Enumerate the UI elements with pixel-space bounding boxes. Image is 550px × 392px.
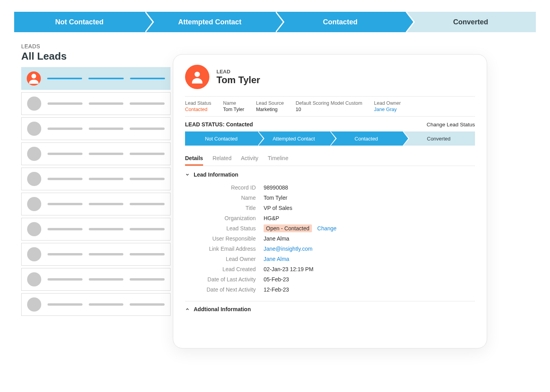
placeholder-line: [130, 153, 165, 155]
pipeline: Not Contacted Attempted Contact Contacte…: [14, 12, 536, 32]
field-value-lead-owner[interactable]: Jane Alma: [264, 256, 289, 262]
list-item[interactable]: [21, 117, 170, 140]
summary-value-lead-source: Marketing: [256, 107, 284, 112]
status-badge: Open - Contacted: [264, 224, 312, 232]
field-value-next-activity: 12-Feb-23: [264, 286, 289, 293]
placeholder-line: [130, 228, 165, 230]
field-label: Date of Last Activity: [185, 276, 264, 283]
placeholder-line: [89, 153, 124, 155]
lead-detail-card: LEAD Tom Tyler Lead Status Contacted Nam…: [173, 54, 487, 348]
tab-activity[interactable]: Activity: [241, 152, 258, 166]
placeholder-line: [48, 278, 82, 281]
list-item[interactable]: [21, 268, 170, 291]
list-item[interactable]: [21, 218, 170, 241]
tab-details[interactable]: Details: [185, 152, 203, 166]
svg-point-0: [31, 74, 36, 78]
status-stage-contacted[interactable]: Contacted: [330, 131, 403, 146]
section-title: Lead Information: [194, 171, 238, 178]
placeholder-line: [130, 203, 165, 205]
card-eyebrow: LEAD: [216, 69, 260, 75]
pipeline-stage-converted[interactable]: Converted: [405, 12, 536, 32]
field-label: Lead Owner: [185, 256, 264, 262]
placeholder-line: [47, 78, 82, 79]
leads-eyebrow: LEADS: [21, 43, 170, 49]
field-value-record-id: 98990088: [264, 184, 288, 191]
avatar: [185, 65, 209, 89]
list-item[interactable]: [21, 293, 170, 316]
field-label: Lead Status: [185, 225, 264, 232]
summary-label: Lead Source: [256, 100, 284, 106]
summary-label: Name: [223, 100, 244, 106]
lead-status-heading: LEAD STATUS: Contacted: [185, 121, 253, 128]
field-label: Title: [185, 205, 264, 211]
tab-timeline[interactable]: Timeline: [268, 152, 288, 166]
list-item[interactable]: [21, 168, 170, 190]
summary-label: Default Scoring Model Custom: [296, 100, 363, 106]
field-value-name: Tom Tyler: [264, 195, 287, 201]
card-header: LEAD Tom Tyler: [185, 65, 475, 89]
field-value-last-activity: 05-Feb-23: [264, 276, 289, 283]
placeholder-line: [89, 128, 124, 130]
placeholder-line: [48, 153, 82, 155]
avatar: [27, 272, 41, 286]
avatar: [27, 222, 41, 236]
placeholder-line: [130, 102, 165, 105]
field-label: User Responsible: [185, 235, 264, 242]
placeholder-line: [130, 78, 165, 79]
list-item[interactable]: [21, 243, 170, 266]
field-value-lead-created: 02-Jan-23 12:19 PM: [264, 266, 314, 272]
status-stage-attempted[interactable]: Attempted Contact: [258, 131, 330, 146]
avatar: [27, 122, 41, 136]
summary-row: Lead Status Contacted Name Tom Tyler Lea…: [185, 96, 475, 117]
placeholder-line: [130, 128, 165, 130]
chevron-up-icon: [185, 307, 190, 312]
placeholder-line: [89, 102, 124, 105]
summary-value-scoring: 10: [296, 107, 363, 112]
lead-fields: Record ID98990088 NameTom Tyler TitleVP …: [185, 182, 475, 295]
detail-tabs: Details Related Activity Timeline: [185, 152, 475, 166]
avatar: [27, 147, 41, 161]
list-item[interactable]: [21, 193, 170, 215]
status-stage-converted[interactable]: Converted: [403, 131, 475, 146]
placeholder-line: [48, 128, 82, 130]
summary-value-lead-status: Contacted: [185, 107, 211, 112]
placeholder-line: [130, 278, 165, 281]
section-additional-information[interactable]: Addtional Information: [185, 306, 475, 312]
placeholder-line: [89, 253, 124, 255]
field-label: Link Email Address: [185, 246, 264, 252]
list-item[interactable]: [21, 67, 170, 90]
divider: [185, 301, 475, 301]
field-label: Lead Created: [185, 266, 264, 272]
placeholder-line: [89, 278, 124, 281]
avatar: [27, 247, 41, 261]
field-label: Name: [185, 195, 264, 201]
placeholder-line: [48, 102, 82, 105]
svg-point-1: [194, 72, 200, 77]
avatar: [27, 197, 41, 211]
pipeline-stage-attempted[interactable]: Attempted Contact: [145, 12, 275, 32]
field-value-email[interactable]: Jane@insightly.com: [264, 246, 312, 252]
section-lead-information[interactable]: Lead Information: [185, 171, 475, 178]
field-value-user-responsible: Jane Alma: [264, 235, 289, 242]
placeholder-line: [89, 178, 124, 180]
summary-value-owner[interactable]: Jane Gray: [374, 107, 401, 112]
placeholder-line: [89, 228, 124, 230]
section-title: Addtional Information: [194, 306, 251, 312]
placeholder-line: [130, 303, 165, 306]
status-stage-not-contacted[interactable]: Not Contacted: [185, 131, 258, 146]
change-lead-status-link[interactable]: Change Lead Status: [427, 122, 475, 128]
pipeline-stage-contacted[interactable]: Contacted: [275, 12, 405, 32]
field-label: Date of Next Activity: [185, 286, 264, 293]
list-item[interactable]: [21, 142, 170, 165]
change-link[interactable]: Change: [317, 225, 337, 232]
list-item[interactable]: [21, 92, 170, 115]
field-value-organization: HG&P: [264, 215, 279, 221]
tab-related[interactable]: Related: [213, 152, 231, 166]
pipeline-stage-not-contacted[interactable]: Not Contacted: [14, 12, 145, 32]
placeholder-line: [89, 203, 124, 205]
field-value-title: VP of Sales: [264, 205, 292, 211]
summary-value-name: Tom Tyler: [223, 107, 244, 112]
placeholder-line: [88, 78, 123, 79]
leads-panel: LEADS All Leads: [21, 43, 170, 318]
summary-label: Lead Status: [185, 100, 211, 106]
